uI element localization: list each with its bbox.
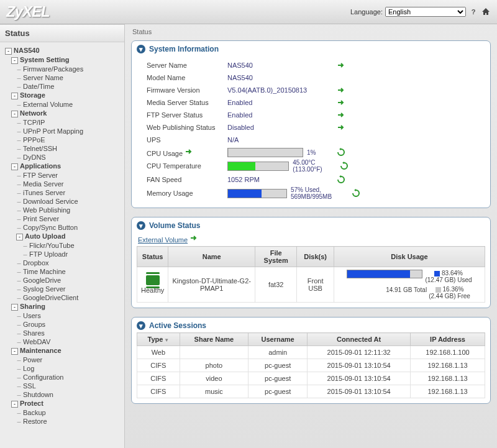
tree-bullet-icon: – bbox=[16, 259, 22, 267]
sort-icon: ▼ bbox=[164, 337, 169, 343]
tree-bullet-icon: – bbox=[16, 83, 22, 90]
nav-item[interactable]: Users bbox=[23, 312, 41, 319]
nav-item[interactable]: Copy/Sync Button bbox=[23, 224, 78, 231]
sidebar-title: Status bbox=[0, 24, 124, 42]
nav-item[interactable]: iTunes Server bbox=[23, 189, 65, 196]
ftp-server-value: Enabled bbox=[227, 111, 333, 119]
collapse-icon[interactable]: - bbox=[11, 348, 18, 355]
col-fs[interactable]: File System bbox=[255, 247, 297, 267]
tree-bullet-icon: – bbox=[16, 153, 22, 161]
collapse-icon[interactable]: - bbox=[11, 163, 18, 170]
tree-bullet-icon: – bbox=[16, 312, 22, 319]
tree-bullet-icon: – bbox=[16, 145, 22, 152]
refresh-icon[interactable] bbox=[337, 175, 345, 184]
nav-item[interactable]: Telnet/SSH bbox=[23, 145, 57, 152]
vol-name: Kingston-DT-Ultimate-G2-PMAP1 bbox=[168, 267, 255, 303]
tree-bullet-icon: – bbox=[16, 180, 22, 188]
nav-item[interactable]: Media Server bbox=[23, 180, 63, 188]
nav-item[interactable]: Network bbox=[20, 109, 47, 117]
nav-item[interactable]: Server Name bbox=[23, 74, 63, 81]
nav-item[interactable]: Sharing bbox=[20, 303, 45, 310]
nav-item[interactable]: FTP Uploadr bbox=[29, 250, 68, 258]
nav-item[interactable]: Time Machine bbox=[23, 268, 66, 275]
language-area: Language: English ? bbox=[350, 7, 491, 17]
nav-item[interactable]: External Volume bbox=[23, 101, 73, 108]
nav-item[interactable]: Firmware/Packages bbox=[23, 65, 83, 73]
collapse-icon[interactable]: - bbox=[16, 234, 23, 240]
nav-item[interactable]: SSL bbox=[23, 382, 36, 390]
nav-item[interactable]: GoogleDrive bbox=[23, 277, 61, 284]
col-ip[interactable]: IP Address bbox=[411, 333, 485, 346]
tree-bullet-icon: – bbox=[16, 74, 22, 81]
nav-item[interactable]: Date/Time bbox=[23, 83, 54, 90]
nav-item[interactable]: DyDNS bbox=[23, 153, 46, 161]
nav-item[interactable]: Shutdown bbox=[23, 391, 53, 398]
collapse-icon[interactable]: - bbox=[11, 93, 18, 99]
nav-item[interactable]: System Setting bbox=[20, 56, 69, 63]
nav-item[interactable]: Dropbox bbox=[23, 259, 49, 267]
nav-item[interactable]: Protect bbox=[20, 400, 43, 407]
nav-item[interactable]: Web Publishing bbox=[23, 206, 70, 214]
nav-item[interactable]: NAS540 bbox=[14, 47, 40, 54]
nav-item[interactable]: Power bbox=[23, 356, 42, 363]
nav-item[interactable]: Syslog Server bbox=[23, 285, 65, 293]
help-icon[interactable]: ? bbox=[468, 7, 478, 17]
refresh-icon[interactable] bbox=[340, 162, 349, 170]
go-icon[interactable] bbox=[337, 98, 345, 107]
sess-type: Web bbox=[137, 346, 180, 359]
col-share[interactable]: Share Name bbox=[180, 333, 248, 346]
nav-item[interactable]: Storage bbox=[20, 91, 45, 99]
col-user[interactable]: Username bbox=[248, 333, 308, 346]
nav-item[interactable]: Print Server bbox=[23, 215, 59, 222]
collapse-icon[interactable]: - bbox=[5, 48, 12, 55]
nav-item[interactable]: Flickr/YouTube bbox=[29, 242, 75, 249]
col-conn[interactable]: Connected At bbox=[308, 333, 411, 346]
top-bar: ZyXEL Language: English ? bbox=[0, 0, 497, 24]
go-icon[interactable] bbox=[337, 111, 345, 119]
col-type[interactable]: Type▼ bbox=[137, 333, 180, 346]
nav-item[interactable]: Backup bbox=[23, 409, 46, 416]
collapse-icon[interactable]: - bbox=[11, 304, 18, 311]
collapse-icon[interactable]: - bbox=[11, 57, 18, 64]
cpu-usage-bar bbox=[227, 148, 303, 157]
sess-share bbox=[180, 346, 248, 359]
nav-item[interactable]: PPPoE bbox=[23, 136, 45, 144]
nav-item[interactable]: GoogleDriveClient bbox=[23, 294, 78, 301]
col-status[interactable]: Status bbox=[137, 247, 168, 267]
language-select[interactable]: English bbox=[385, 7, 466, 17]
nav-item[interactable]: Restore bbox=[23, 418, 47, 425]
content-pane: Status ▾ System Information Server NameN… bbox=[125, 24, 497, 448]
nav-item[interactable]: TCP/IP bbox=[23, 119, 45, 126]
sess-user: pc-guest bbox=[248, 385, 308, 398]
nav-item[interactable]: Auto Upload bbox=[25, 232, 65, 240]
firmware-label: Firmware Version bbox=[147, 86, 227, 94]
external-volume-link[interactable]: External Volume bbox=[138, 236, 188, 244]
nav-item[interactable]: Applications bbox=[20, 162, 61, 170]
go-icon[interactable] bbox=[185, 147, 193, 156]
col-disks[interactable]: Disk(s) bbox=[297, 247, 334, 267]
go-icon[interactable] bbox=[337, 123, 345, 132]
collapse-icon[interactable]: - bbox=[11, 401, 18, 408]
nav-item[interactable]: WebDAV bbox=[23, 338, 50, 345]
nav-item[interactable]: Groups bbox=[23, 321, 45, 328]
home-icon[interactable] bbox=[481, 7, 491, 17]
nav-item[interactable]: Configuration bbox=[23, 373, 63, 381]
nav-item[interactable]: Shares bbox=[23, 329, 45, 337]
nav-item[interactable]: Log bbox=[23, 365, 34, 372]
nav-item[interactable]: UPnP Port Mapping bbox=[23, 127, 83, 135]
go-icon[interactable] bbox=[337, 86, 345, 94]
refresh-icon[interactable] bbox=[337, 148, 345, 157]
nav-item[interactable]: FTP Server bbox=[23, 171, 58, 179]
collapse-icon[interactable]: - bbox=[11, 111, 18, 117]
nav-item[interactable]: Maintenance bbox=[20, 347, 62, 354]
col-name[interactable]: Name bbox=[168, 247, 255, 267]
sess-user: admin bbox=[248, 346, 308, 359]
sess-ip: 192.168.1.13 bbox=[411, 372, 485, 385]
col-usage[interactable]: Disk Usage bbox=[334, 247, 485, 267]
sess-share: video bbox=[180, 372, 248, 385]
tree-bullet-icon: – bbox=[16, 189, 22, 196]
refresh-icon[interactable] bbox=[352, 189, 360, 198]
nav-item[interactable]: Download Service bbox=[23, 198, 78, 205]
go-icon[interactable] bbox=[337, 61, 345, 70]
go-icon[interactable] bbox=[189, 234, 198, 242]
